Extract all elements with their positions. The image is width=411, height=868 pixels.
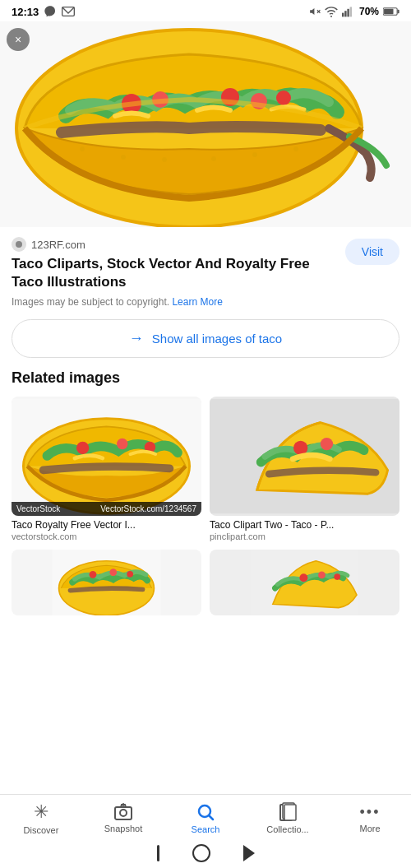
visit-button[interactable]: Visit	[345, 239, 399, 265]
related-item-4[interactable]	[210, 550, 399, 615]
svg-rect-5	[342, 13, 344, 17]
home-recents-button[interactable]	[243, 845, 255, 861]
source-section: 123RF.com Taco Cliparts, Stock Vector An…	[0, 227, 411, 308]
time: 12:13	[12, 6, 39, 18]
email-icon	[62, 6, 75, 17]
related-item-3[interactable]	[12, 550, 201, 615]
home-back-button[interactable]	[157, 845, 159, 861]
svg-point-23	[252, 152, 257, 157]
copyright-text: Images may be subject to copyright. Lear…	[12, 296, 337, 308]
show-all-images-button[interactable]: → Show all images of taco	[12, 319, 399, 358]
svg-rect-10	[398, 10, 399, 13]
snapshot-label: Snapshot	[104, 824, 142, 833]
source-title[interactable]: Taco Cliparts, Stock Vector And Royalty …	[12, 255, 337, 291]
close-button[interactable]: ×	[7, 28, 30, 51]
nav-item-search[interactable]: Search	[164, 802, 247, 834]
show-all-label: Show all images of taco	[152, 332, 282, 346]
source-left: 123RF.com Taco Cliparts, Stock Vector An…	[12, 237, 337, 308]
svg-marker-1	[310, 8, 314, 15]
svg-point-22	[211, 156, 216, 161]
svg-point-44	[120, 810, 127, 816]
mute-icon	[309, 6, 321, 17]
related-item-2[interactable]: Taco Clipart Two - Taco - P... pinclipar…	[210, 397, 399, 541]
related-images-grid: VectorStock VectorStock.com/1234567 Taco…	[12, 397, 399, 615]
messenger-icon	[44, 5, 57, 18]
vectorstock-badge: VectorStock VectorStock.com/1234567	[12, 502, 201, 516]
nav-item-more[interactable]: ••• More	[329, 804, 411, 833]
related-item-2-domain: pinclipart.com	[210, 531, 399, 541]
svg-rect-6	[344, 11, 346, 16]
collections-label: Collectio...	[266, 824, 308, 834]
svg-point-33	[321, 438, 333, 450]
svg-point-24	[293, 146, 298, 151]
related-item-2-title: Taco Clipart Two - Taco - P...	[210, 519, 399, 531]
related-images-title: Related images	[12, 369, 399, 387]
arrow-icon: →	[129, 330, 144, 347]
svg-point-19	[80, 146, 85, 151]
search-icon	[196, 802, 215, 822]
svg-point-28	[76, 442, 89, 454]
status-bar: 12:13 70%	[0, 0, 411, 21]
related-item-1[interactable]: VectorStock VectorStock.com/1234567 Taco…	[12, 397, 201, 541]
related-item-1-domain: vectorstock.com	[12, 531, 201, 541]
nav-item-collections[interactable]: Collectio...	[247, 802, 329, 834]
svg-point-18	[276, 91, 291, 105]
source-domain: 123RF.com	[12, 237, 337, 252]
learn-more-link[interactable]: Learn More	[172, 296, 222, 308]
discover-label: Discover	[24, 825, 59, 835]
svg-point-20	[121, 155, 126, 160]
svg-point-42	[334, 573, 340, 580]
svg-line-46	[210, 816, 214, 820]
battery-icon	[383, 7, 399, 16]
domain-text: 123RF.com	[31, 239, 85, 251]
related-image-box-4	[210, 550, 399, 615]
nav-item-snapshot[interactable]: Snapshot	[82, 803, 164, 833]
svg-point-41	[318, 572, 326, 579]
more-icon: •••	[360, 804, 381, 821]
related-image-box-3	[12, 550, 201, 615]
svg-point-21	[162, 157, 167, 162]
related-image-box-1: VectorStock VectorStock.com/1234567	[12, 397, 201, 516]
home-indicator	[0, 838, 411, 868]
svg-rect-7	[347, 9, 349, 17]
svg-point-36	[90, 571, 97, 578]
svg-point-25	[16, 241, 22, 248]
related-image-box-2	[210, 397, 399, 516]
svg-point-38	[127, 571, 133, 578]
svg-point-4	[330, 16, 332, 17]
bottom-navigation: ✳ Discover Snapshot Search Collectio... …	[0, 794, 411, 838]
home-home-button[interactable]	[192, 844, 210, 862]
nav-item-discover[interactable]: ✳ Discover	[0, 801, 82, 835]
source-favicon	[12, 237, 26, 252]
related-item-1-title: Taco Royalty Free Vector I...	[12, 519, 201, 531]
svg-point-40	[299, 573, 307, 582]
badge-left: VectorStock	[16, 504, 60, 513]
main-image-container: ×	[0, 21, 411, 227]
related-section: Related images	[0, 369, 411, 615]
status-left: 12:13	[12, 5, 75, 18]
svg-rect-11	[384, 9, 393, 14]
svg-point-37	[109, 569, 117, 576]
search-label: Search	[192, 824, 220, 834]
svg-rect-8	[350, 7, 352, 16]
wifi-icon	[325, 6, 338, 17]
snapshot-icon	[113, 803, 133, 821]
badge-right: VectorStock.com/1234567	[100, 504, 196, 513]
signal-icon	[342, 6, 355, 17]
status-right: 70%	[309, 6, 399, 17]
collections-icon	[279, 802, 297, 822]
svg-rect-49	[284, 805, 296, 820]
discover-icon: ✳	[34, 801, 48, 823]
battery-level: 70%	[359, 6, 379, 17]
svg-point-29	[117, 439, 127, 449]
main-taco-image	[0, 21, 411, 227]
more-label: More	[359, 824, 380, 833]
